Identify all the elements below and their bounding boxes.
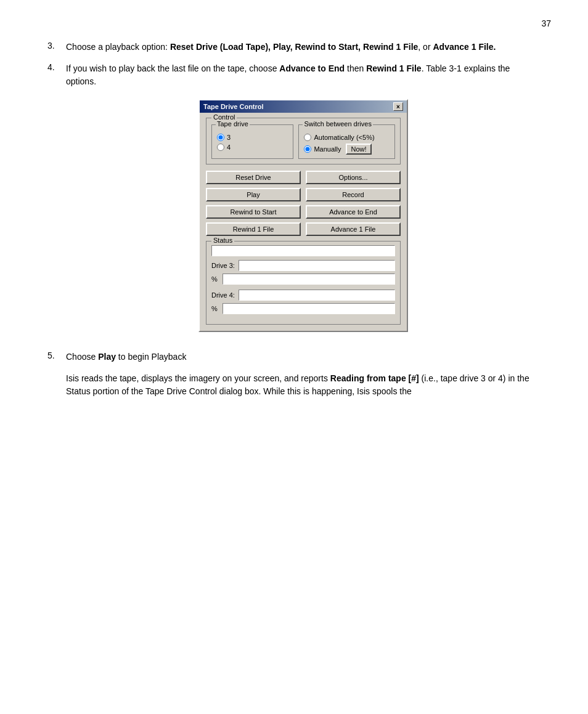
drive4-pct-field (223, 303, 395, 314)
rewind-to-start-button[interactable]: Rewind to Start (206, 205, 301, 219)
radio-drive3-label: 3 (227, 134, 231, 141)
tape-drive-group: Tape drive 3 4 (211, 124, 293, 159)
step5-number: 5. (47, 351, 66, 360)
step4-bold1: Advance to End (279, 63, 345, 73)
status-field-main (211, 245, 395, 256)
step5-bold1: Play (98, 352, 116, 362)
step5-text-before: Choose (66, 352, 98, 362)
step4-text-before: If you wish to play back the last file o… (66, 63, 279, 73)
step3-text-mid: , or (418, 42, 433, 52)
status-group-label: Status (211, 237, 234, 244)
step4-text-mid: then (345, 63, 366, 73)
tape-drive-control-dialog: Tape Drive Control × Control Tape drive … (198, 99, 408, 332)
rewind-1-file-button[interactable]: Rewind 1 File (206, 222, 301, 236)
step4-bold2: Rewind 1 File (366, 63, 421, 73)
radio-drive4-label: 4 (227, 144, 231, 151)
radio-drive4[interactable] (217, 144, 224, 151)
step4-text: If you wish to play back the last file o… (66, 62, 541, 88)
dialog-title: Tape Drive Control (203, 103, 264, 110)
radio-manual-label: Manually (314, 145, 341, 153)
page-number: 37 (541, 18, 551, 28)
options-button[interactable]: Options... (306, 171, 401, 184)
step3-bold2: Advance 1 File. (433, 42, 496, 52)
drive3-pct-label: % (211, 275, 219, 283)
dialog-close-button[interactable]: × (393, 102, 403, 111)
step5-sub-before: Isis reads the tape, displays the imager… (66, 373, 330, 383)
step3-number: 3. (47, 41, 66, 51)
status-group: Status Drive 3: % Drive 4: (206, 241, 401, 325)
step5-text-after: to begin Playback (116, 352, 186, 362)
step3-text-before: Choose a playback option: (66, 42, 170, 52)
now-button[interactable]: Now! (346, 144, 371, 155)
tape-drive-label: Tape drive (216, 120, 250, 128)
control-group: Control Tape drive 3 4 (206, 118, 401, 164)
step3-text: Choose a playback option: Reset Drive (L… (66, 41, 496, 54)
drive4-pct-label: % (211, 305, 219, 312)
reset-drive-button[interactable]: Reset Drive (206, 171, 301, 184)
radio-auto[interactable] (304, 134, 311, 141)
drive4-label: Drive 4: (211, 291, 235, 299)
drive3-pct-field (223, 274, 395, 285)
step5-subtext: Isis reads the tape, displays the imager… (66, 372, 541, 398)
step5-sub-bold1: Reading from tape [#] (330, 373, 419, 383)
switch-drives-group: Switch between drives Automatically (<5%… (298, 124, 395, 159)
switch-drives-label: Switch between drives (303, 120, 372, 128)
play-button[interactable]: Play (206, 188, 301, 201)
advance-1-file-button[interactable]: Advance 1 File (306, 222, 401, 236)
record-button[interactable]: Record (306, 188, 401, 201)
drive3-label: Drive 3: (211, 262, 235, 269)
drive3-field (239, 260, 395, 271)
drive4-field (239, 290, 395, 301)
dialog-titlebar: Tape Drive Control × (200, 100, 407, 113)
step3-bold1: Reset Drive (Load Tape), Play, Rewind to… (170, 42, 418, 52)
radio-manual[interactable] (304, 145, 311, 153)
advance-to-end-button[interactable]: Advance to End (306, 205, 401, 219)
step4-number: 4. (47, 62, 66, 72)
step5-text: Choose Play to begin Playback (66, 351, 186, 363)
radio-drive3[interactable] (217, 134, 224, 141)
radio-auto-label: Automatically (<5%) (314, 134, 374, 141)
